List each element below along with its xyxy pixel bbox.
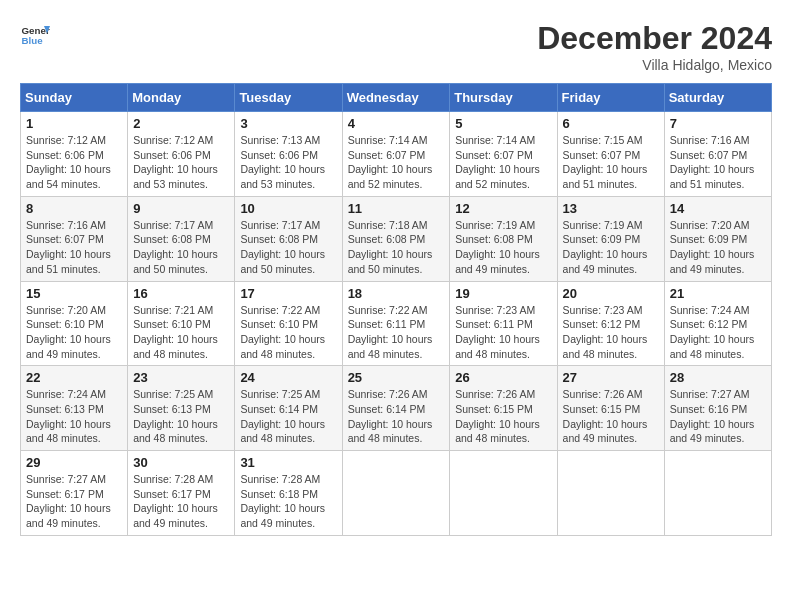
table-row: 19Sunrise: 7:23 AMSunset: 6:11 PMDayligh… [450,281,557,366]
day-number: 10 [240,201,336,216]
col-monday: Monday [128,84,235,112]
day-info: Sunrise: 7:14 AMSunset: 6:07 PMDaylight:… [455,133,551,192]
day-number: 27 [563,370,659,385]
day-number: 4 [348,116,445,131]
day-info: Sunrise: 7:13 AMSunset: 6:06 PMDaylight:… [240,133,336,192]
day-number: 31 [240,455,336,470]
day-info: Sunrise: 7:26 AMSunset: 6:15 PMDaylight:… [563,387,659,446]
table-row: 6Sunrise: 7:15 AMSunset: 6:07 PMDaylight… [557,112,664,197]
day-info: Sunrise: 7:20 AMSunset: 6:10 PMDaylight:… [26,303,122,362]
table-row: 3Sunrise: 7:13 AMSunset: 6:06 PMDaylight… [235,112,342,197]
day-number: 25 [348,370,445,385]
col-tuesday: Tuesday [235,84,342,112]
table-row: 28Sunrise: 7:27 AMSunset: 6:16 PMDayligh… [664,366,771,451]
day-info: Sunrise: 7:16 AMSunset: 6:07 PMDaylight:… [26,218,122,277]
day-number: 21 [670,286,766,301]
day-info: Sunrise: 7:15 AMSunset: 6:07 PMDaylight:… [563,133,659,192]
table-row: 24Sunrise: 7:25 AMSunset: 6:14 PMDayligh… [235,366,342,451]
day-info: Sunrise: 7:28 AMSunset: 6:17 PMDaylight:… [133,472,229,531]
table-row: 23Sunrise: 7:25 AMSunset: 6:13 PMDayligh… [128,366,235,451]
day-number: 19 [455,286,551,301]
day-info: Sunrise: 7:12 AMSunset: 6:06 PMDaylight:… [26,133,122,192]
table-row: 15Sunrise: 7:20 AMSunset: 6:10 PMDayligh… [21,281,128,366]
table-row: 9Sunrise: 7:17 AMSunset: 6:08 PMDaylight… [128,196,235,281]
table-row: 30Sunrise: 7:28 AMSunset: 6:17 PMDayligh… [128,451,235,536]
table-row: 5Sunrise: 7:14 AMSunset: 6:07 PMDaylight… [450,112,557,197]
table-row: 29Sunrise: 7:27 AMSunset: 6:17 PMDayligh… [21,451,128,536]
table-row: 8Sunrise: 7:16 AMSunset: 6:07 PMDaylight… [21,196,128,281]
day-info: Sunrise: 7:17 AMSunset: 6:08 PMDaylight:… [240,218,336,277]
day-number: 29 [26,455,122,470]
table-row: 20Sunrise: 7:23 AMSunset: 6:12 PMDayligh… [557,281,664,366]
table-row [664,451,771,536]
day-info: Sunrise: 7:25 AMSunset: 6:14 PMDaylight:… [240,387,336,446]
month-title: December 2024 [537,20,772,57]
day-info: Sunrise: 7:16 AMSunset: 6:07 PMDaylight:… [670,133,766,192]
day-number: 13 [563,201,659,216]
table-row: 18Sunrise: 7:22 AMSunset: 6:11 PMDayligh… [342,281,450,366]
day-info: Sunrise: 7:21 AMSunset: 6:10 PMDaylight:… [133,303,229,362]
day-info: Sunrise: 7:22 AMSunset: 6:11 PMDaylight:… [348,303,445,362]
table-row: 2Sunrise: 7:12 AMSunset: 6:06 PMDaylight… [128,112,235,197]
table-row: 27Sunrise: 7:26 AMSunset: 6:15 PMDayligh… [557,366,664,451]
col-friday: Friday [557,84,664,112]
day-number: 28 [670,370,766,385]
table-row: 10Sunrise: 7:17 AMSunset: 6:08 PMDayligh… [235,196,342,281]
table-row: 26Sunrise: 7:26 AMSunset: 6:15 PMDayligh… [450,366,557,451]
table-row [450,451,557,536]
table-row: 31Sunrise: 7:28 AMSunset: 6:18 PMDayligh… [235,451,342,536]
day-number: 1 [26,116,122,131]
table-row: 14Sunrise: 7:20 AMSunset: 6:09 PMDayligh… [664,196,771,281]
calendar-table: Sunday Monday Tuesday Wednesday Thursday… [20,83,772,536]
day-info: Sunrise: 7:14 AMSunset: 6:07 PMDaylight:… [348,133,445,192]
day-info: Sunrise: 7:19 AMSunset: 6:08 PMDaylight:… [455,218,551,277]
table-row [342,451,450,536]
svg-text:Blue: Blue [22,35,44,46]
day-info: Sunrise: 7:27 AMSunset: 6:17 PMDaylight:… [26,472,122,531]
day-info: Sunrise: 7:17 AMSunset: 6:08 PMDaylight:… [133,218,229,277]
day-number: 30 [133,455,229,470]
day-number: 5 [455,116,551,131]
day-number: 6 [563,116,659,131]
col-saturday: Saturday [664,84,771,112]
day-number: 22 [26,370,122,385]
day-number: 7 [670,116,766,131]
day-info: Sunrise: 7:26 AMSunset: 6:14 PMDaylight:… [348,387,445,446]
page-header: General Blue December 2024 Villa Hidalgo… [20,20,772,73]
day-number: 9 [133,201,229,216]
table-row [557,451,664,536]
week-row-2: 8Sunrise: 7:16 AMSunset: 6:07 PMDaylight… [21,196,772,281]
day-info: Sunrise: 7:12 AMSunset: 6:06 PMDaylight:… [133,133,229,192]
week-row-1: 1Sunrise: 7:12 AMSunset: 6:06 PMDaylight… [21,112,772,197]
col-wednesday: Wednesday [342,84,450,112]
logo: General Blue [20,20,50,50]
day-info: Sunrise: 7:23 AMSunset: 6:12 PMDaylight:… [563,303,659,362]
table-row: 11Sunrise: 7:18 AMSunset: 6:08 PMDayligh… [342,196,450,281]
day-info: Sunrise: 7:19 AMSunset: 6:09 PMDaylight:… [563,218,659,277]
day-number: 8 [26,201,122,216]
day-number: 14 [670,201,766,216]
table-row: 7Sunrise: 7:16 AMSunset: 6:07 PMDaylight… [664,112,771,197]
day-number: 12 [455,201,551,216]
logo-icon: General Blue [20,20,50,50]
location: Villa Hidalgo, Mexico [537,57,772,73]
day-number: 24 [240,370,336,385]
day-info: Sunrise: 7:20 AMSunset: 6:09 PMDaylight:… [670,218,766,277]
week-row-5: 29Sunrise: 7:27 AMSunset: 6:17 PMDayligh… [21,451,772,536]
day-number: 11 [348,201,445,216]
calendar-header-row: Sunday Monday Tuesday Wednesday Thursday… [21,84,772,112]
table-row: 21Sunrise: 7:24 AMSunset: 6:12 PMDayligh… [664,281,771,366]
day-info: Sunrise: 7:23 AMSunset: 6:11 PMDaylight:… [455,303,551,362]
day-info: Sunrise: 7:18 AMSunset: 6:08 PMDaylight:… [348,218,445,277]
title-block: December 2024 Villa Hidalgo, Mexico [537,20,772,73]
day-info: Sunrise: 7:24 AMSunset: 6:13 PMDaylight:… [26,387,122,446]
table-row: 12Sunrise: 7:19 AMSunset: 6:08 PMDayligh… [450,196,557,281]
day-number: 2 [133,116,229,131]
day-info: Sunrise: 7:26 AMSunset: 6:15 PMDaylight:… [455,387,551,446]
col-thursday: Thursday [450,84,557,112]
day-number: 26 [455,370,551,385]
day-info: Sunrise: 7:24 AMSunset: 6:12 PMDaylight:… [670,303,766,362]
day-info: Sunrise: 7:22 AMSunset: 6:10 PMDaylight:… [240,303,336,362]
table-row: 17Sunrise: 7:22 AMSunset: 6:10 PMDayligh… [235,281,342,366]
day-number: 3 [240,116,336,131]
